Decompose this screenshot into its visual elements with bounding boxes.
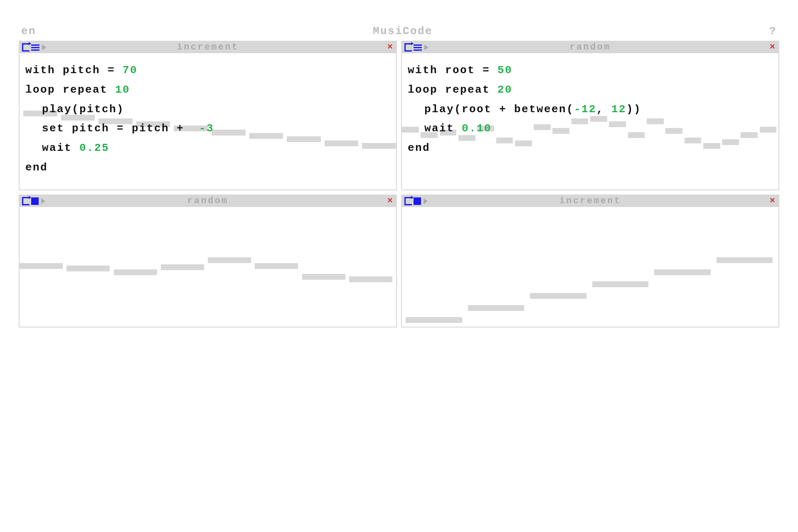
- pane-header: increment ×: [402, 195, 778, 207]
- code-view-icon[interactable]: [414, 44, 422, 51]
- note-bar: [161, 264, 204, 270]
- note-bar: [208, 257, 251, 263]
- note-bar: [530, 293, 586, 299]
- pane-increment-notes: increment ×: [401, 195, 779, 328]
- close-icon[interactable]: ×: [387, 43, 393, 52]
- pane-header: random ×: [20, 195, 396, 207]
- pane-header: random ×: [402, 42, 778, 53]
- note-visualization: [402, 207, 778, 327]
- note-bar: [255, 263, 298, 269]
- loop-icon[interactable]: [404, 43, 412, 52]
- pane-grid: increment × with pitch = 70 loop repeat …: [19, 41, 779, 328]
- note-bar: [654, 269, 711, 275]
- app-title: MusiCode: [373, 25, 433, 37]
- play-icon[interactable]: [424, 44, 429, 50]
- pane-random-notes: random ×: [19, 195, 397, 328]
- close-icon[interactable]: ×: [770, 197, 775, 206]
- notes-view-icon[interactable]: [414, 197, 421, 205]
- note-bar: [592, 281, 649, 287]
- help-button[interactable]: ?: [769, 25, 777, 37]
- note-bar: [66, 266, 110, 271]
- loop-icon[interactable]: [404, 197, 412, 205]
- notes-view-icon[interactable]: [31, 197, 39, 205]
- pane-title: random: [20, 195, 396, 207]
- play-icon[interactable]: [41, 198, 45, 204]
- language-selector[interactable]: en: [21, 25, 36, 37]
- pane-header: increment ×: [20, 42, 396, 53]
- note-bar: [114, 269, 157, 275]
- note-bar: [302, 274, 345, 280]
- pane-title: increment: [402, 195, 778, 207]
- note-visualization: [20, 207, 396, 327]
- code-editor[interactable]: with pitch = 70 loop repeat 10 play(pitc…: [20, 53, 396, 190]
- loop-icon[interactable]: [22, 43, 30, 52]
- pane-title: random: [402, 42, 778, 53]
- play-icon[interactable]: [424, 198, 428, 204]
- play-icon[interactable]: [42, 44, 46, 50]
- close-icon[interactable]: ×: [387, 197, 393, 206]
- topbar: en MusiCode ?: [19, 25, 779, 37]
- note-bar: [468, 305, 525, 311]
- note-bar: [717, 257, 773, 263]
- note-bar: [406, 317, 462, 323]
- pane-random-code: random × with root = 50 loop repeat 20 p…: [401, 41, 779, 190]
- note-bar: [349, 276, 392, 282]
- close-icon[interactable]: ×: [770, 43, 775, 52]
- code-view-icon[interactable]: [31, 44, 39, 51]
- code-editor[interactable]: with root = 50 loop repeat 20 play(root …: [402, 53, 778, 190]
- note-bar: [20, 263, 63, 269]
- loop-icon[interactable]: [22, 197, 30, 205]
- pane-title: increment: [20, 42, 396, 53]
- pane-increment-code: increment × with pitch = 70 loop repeat …: [19, 41, 397, 190]
